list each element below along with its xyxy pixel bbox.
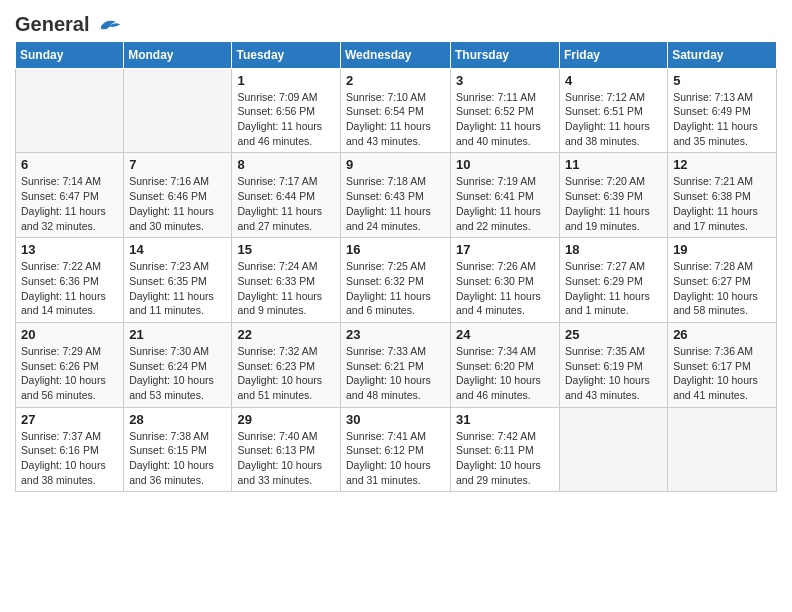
- calendar-cell: 3 Sunrise: 7:11 AMSunset: 6:52 PMDayligh…: [451, 68, 560, 153]
- day-info: Sunrise: 7:40 AMSunset: 6:13 PMDaylight:…: [237, 429, 335, 488]
- calendar-cell: 2 Sunrise: 7:10 AMSunset: 6:54 PMDayligh…: [341, 68, 451, 153]
- day-number: 18: [565, 242, 662, 257]
- calendar-cell: 22 Sunrise: 7:32 AMSunset: 6:23 PMDaylig…: [232, 322, 341, 407]
- day-number: 7: [129, 157, 226, 172]
- calendar-table: SundayMondayTuesdayWednesdayThursdayFrid…: [15, 41, 777, 493]
- calendar-cell: 8 Sunrise: 7:17 AMSunset: 6:44 PMDayligh…: [232, 153, 341, 238]
- day-number: 16: [346, 242, 445, 257]
- day-number: 31: [456, 412, 554, 427]
- calendar-cell: 31 Sunrise: 7:42 AMSunset: 6:11 PMDaylig…: [451, 407, 560, 492]
- day-info: Sunrise: 7:32 AMSunset: 6:23 PMDaylight:…: [237, 344, 335, 403]
- calendar-week-row: 13 Sunrise: 7:22 AMSunset: 6:36 PMDaylig…: [16, 238, 777, 323]
- day-info: Sunrise: 7:17 AMSunset: 6:44 PMDaylight:…: [237, 174, 335, 233]
- day-header-friday: Friday: [560, 41, 668, 68]
- calendar-cell: 16 Sunrise: 7:25 AMSunset: 6:32 PMDaylig…: [341, 238, 451, 323]
- day-number: 5: [673, 73, 771, 88]
- day-number: 23: [346, 327, 445, 342]
- calendar-cell: 13 Sunrise: 7:22 AMSunset: 6:36 PMDaylig…: [16, 238, 124, 323]
- day-info: Sunrise: 7:35 AMSunset: 6:19 PMDaylight:…: [565, 344, 662, 403]
- day-header-sunday: Sunday: [16, 41, 124, 68]
- day-info: Sunrise: 7:18 AMSunset: 6:43 PMDaylight:…: [346, 174, 445, 233]
- calendar-cell: 17 Sunrise: 7:26 AMSunset: 6:30 PMDaylig…: [451, 238, 560, 323]
- day-info: Sunrise: 7:09 AMSunset: 6:56 PMDaylight:…: [237, 90, 335, 149]
- day-number: 11: [565, 157, 662, 172]
- page-header: General: [15, 10, 777, 33]
- logo-bird-icon: [95, 15, 125, 37]
- calendar-cell: 10 Sunrise: 7:19 AMSunset: 6:41 PMDaylig…: [451, 153, 560, 238]
- day-number: 4: [565, 73, 662, 88]
- day-number: 25: [565, 327, 662, 342]
- calendar-cell: 29 Sunrise: 7:40 AMSunset: 6:13 PMDaylig…: [232, 407, 341, 492]
- day-number: 22: [237, 327, 335, 342]
- calendar-week-row: 6 Sunrise: 7:14 AMSunset: 6:47 PMDayligh…: [16, 153, 777, 238]
- day-info: Sunrise: 7:41 AMSunset: 6:12 PMDaylight:…: [346, 429, 445, 488]
- day-number: 1: [237, 73, 335, 88]
- calendar-cell: 4 Sunrise: 7:12 AMSunset: 6:51 PMDayligh…: [560, 68, 668, 153]
- day-info: Sunrise: 7:11 AMSunset: 6:52 PMDaylight:…: [456, 90, 554, 149]
- calendar-cell: 27 Sunrise: 7:37 AMSunset: 6:16 PMDaylig…: [16, 407, 124, 492]
- calendar-cell: 6 Sunrise: 7:14 AMSunset: 6:47 PMDayligh…: [16, 153, 124, 238]
- calendar-cell: [668, 407, 777, 492]
- day-info: Sunrise: 7:33 AMSunset: 6:21 PMDaylight:…: [346, 344, 445, 403]
- day-number: 29: [237, 412, 335, 427]
- day-info: Sunrise: 7:16 AMSunset: 6:46 PMDaylight:…: [129, 174, 226, 233]
- calendar-cell: 14 Sunrise: 7:23 AMSunset: 6:35 PMDaylig…: [124, 238, 232, 323]
- calendar-cell: 24 Sunrise: 7:34 AMSunset: 6:20 PMDaylig…: [451, 322, 560, 407]
- day-info: Sunrise: 7:36 AMSunset: 6:17 PMDaylight:…: [673, 344, 771, 403]
- day-info: Sunrise: 7:14 AMSunset: 6:47 PMDaylight:…: [21, 174, 118, 233]
- calendar-cell: 25 Sunrise: 7:35 AMSunset: 6:19 PMDaylig…: [560, 322, 668, 407]
- calendar-cell: 21 Sunrise: 7:30 AMSunset: 6:24 PMDaylig…: [124, 322, 232, 407]
- logo: General: [15, 10, 125, 33]
- calendar-cell: 28 Sunrise: 7:38 AMSunset: 6:15 PMDaylig…: [124, 407, 232, 492]
- day-number: 19: [673, 242, 771, 257]
- day-info: Sunrise: 7:20 AMSunset: 6:39 PMDaylight:…: [565, 174, 662, 233]
- day-info: Sunrise: 7:28 AMSunset: 6:27 PMDaylight:…: [673, 259, 771, 318]
- calendar-cell: 19 Sunrise: 7:28 AMSunset: 6:27 PMDaylig…: [668, 238, 777, 323]
- day-header-tuesday: Tuesday: [232, 41, 341, 68]
- calendar-cell: 30 Sunrise: 7:41 AMSunset: 6:12 PMDaylig…: [341, 407, 451, 492]
- calendar-cell: 7 Sunrise: 7:16 AMSunset: 6:46 PMDayligh…: [124, 153, 232, 238]
- day-info: Sunrise: 7:27 AMSunset: 6:29 PMDaylight:…: [565, 259, 662, 318]
- calendar-cell: 20 Sunrise: 7:29 AMSunset: 6:26 PMDaylig…: [16, 322, 124, 407]
- day-number: 10: [456, 157, 554, 172]
- day-number: 15: [237, 242, 335, 257]
- calendar-cell: 18 Sunrise: 7:27 AMSunset: 6:29 PMDaylig…: [560, 238, 668, 323]
- day-info: Sunrise: 7:34 AMSunset: 6:20 PMDaylight:…: [456, 344, 554, 403]
- calendar-week-row: 27 Sunrise: 7:37 AMSunset: 6:16 PMDaylig…: [16, 407, 777, 492]
- day-info: Sunrise: 7:30 AMSunset: 6:24 PMDaylight:…: [129, 344, 226, 403]
- calendar-cell: 15 Sunrise: 7:24 AMSunset: 6:33 PMDaylig…: [232, 238, 341, 323]
- day-number: 12: [673, 157, 771, 172]
- day-header-monday: Monday: [124, 41, 232, 68]
- day-number: 30: [346, 412, 445, 427]
- day-number: 21: [129, 327, 226, 342]
- day-number: 6: [21, 157, 118, 172]
- calendar-cell: 23 Sunrise: 7:33 AMSunset: 6:21 PMDaylig…: [341, 322, 451, 407]
- day-info: Sunrise: 7:25 AMSunset: 6:32 PMDaylight:…: [346, 259, 445, 318]
- day-info: Sunrise: 7:42 AMSunset: 6:11 PMDaylight:…: [456, 429, 554, 488]
- calendar-cell: 5 Sunrise: 7:13 AMSunset: 6:49 PMDayligh…: [668, 68, 777, 153]
- calendar-cell: 1 Sunrise: 7:09 AMSunset: 6:56 PMDayligh…: [232, 68, 341, 153]
- day-header-saturday: Saturday: [668, 41, 777, 68]
- day-number: 14: [129, 242, 226, 257]
- calendar-cell: 9 Sunrise: 7:18 AMSunset: 6:43 PMDayligh…: [341, 153, 451, 238]
- day-number: 13: [21, 242, 118, 257]
- day-info: Sunrise: 7:19 AMSunset: 6:41 PMDaylight:…: [456, 174, 554, 233]
- day-info: Sunrise: 7:12 AMSunset: 6:51 PMDaylight:…: [565, 90, 662, 149]
- day-number: 8: [237, 157, 335, 172]
- day-number: 28: [129, 412, 226, 427]
- day-number: 2: [346, 73, 445, 88]
- day-number: 27: [21, 412, 118, 427]
- day-info: Sunrise: 7:38 AMSunset: 6:15 PMDaylight:…: [129, 429, 226, 488]
- day-info: Sunrise: 7:21 AMSunset: 6:38 PMDaylight:…: [673, 174, 771, 233]
- day-info: Sunrise: 7:37 AMSunset: 6:16 PMDaylight:…: [21, 429, 118, 488]
- day-info: Sunrise: 7:22 AMSunset: 6:36 PMDaylight:…: [21, 259, 118, 318]
- calendar-cell: 26 Sunrise: 7:36 AMSunset: 6:17 PMDaylig…: [668, 322, 777, 407]
- day-info: Sunrise: 7:29 AMSunset: 6:26 PMDaylight:…: [21, 344, 118, 403]
- day-info: Sunrise: 7:13 AMSunset: 6:49 PMDaylight:…: [673, 90, 771, 149]
- day-header-thursday: Thursday: [451, 41, 560, 68]
- calendar-week-row: 20 Sunrise: 7:29 AMSunset: 6:26 PMDaylig…: [16, 322, 777, 407]
- calendar-cell: 12 Sunrise: 7:21 AMSunset: 6:38 PMDaylig…: [668, 153, 777, 238]
- day-number: 17: [456, 242, 554, 257]
- day-info: Sunrise: 7:26 AMSunset: 6:30 PMDaylight:…: [456, 259, 554, 318]
- calendar-week-row: 1 Sunrise: 7:09 AMSunset: 6:56 PMDayligh…: [16, 68, 777, 153]
